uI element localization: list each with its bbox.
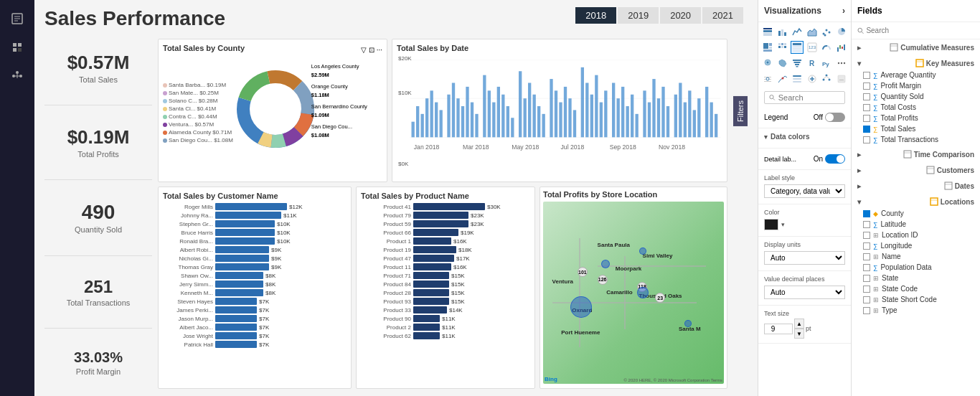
year-btn-2019[interactable]: 2019 xyxy=(618,7,659,24)
viz-icon-pie[interactable] xyxy=(835,25,848,38)
viz-icon-gauge[interactable] xyxy=(820,41,833,54)
field-name-checkbox[interactable] xyxy=(863,253,870,260)
field-name[interactable]: ⊞ Name xyxy=(852,251,980,262)
sidebar-icon-data[interactable] xyxy=(4,34,30,60)
field-locationid-checkbox[interactable] xyxy=(863,232,870,239)
viz-icon-format[interactable] xyxy=(761,72,774,85)
viz-icon-card[interactable]: 123 xyxy=(806,41,819,54)
legend-toggle[interactable]: Off xyxy=(814,113,845,122)
field-profitmargin[interactable]: ∑ Profit Margin xyxy=(852,80,980,91)
viz-icon-line-chart[interactable] xyxy=(791,25,804,38)
field-latitude-checkbox[interactable] xyxy=(863,221,870,228)
field-qtysold-checkbox[interactable] xyxy=(863,93,870,100)
viz-icon-custom[interactable]: ... xyxy=(835,72,848,85)
field-locationid[interactable]: ⊞ Location ID xyxy=(852,230,980,240)
line-chart-card[interactable]: Total Sales by Date $20K $10K $0K xyxy=(392,39,727,182)
field-avgqty[interactable]: ∑ Average Quantity xyxy=(852,70,980,80)
field-longitude[interactable]: ∑ Longitude xyxy=(852,240,980,251)
viz-icon-r[interactable]: R xyxy=(806,57,819,70)
field-avgqty-checkbox[interactable] xyxy=(863,72,870,79)
section-keymeasures-label: Key Measures xyxy=(926,60,974,67)
field-totaltransactions[interactable]: ∑ Total Transactions xyxy=(852,134,980,145)
year-btn-2020[interactable]: 2020 xyxy=(660,7,701,24)
viz-icon-field-params[interactable] xyxy=(806,72,819,85)
customer-bar-container: Roger Mills$12K Johnny Ra...$11K Stephen… xyxy=(163,203,347,389)
donut-chart-card[interactable]: Total Sales by County ▽ ⊡ ··· Santa Barb… xyxy=(158,39,387,182)
viz-icon-slicer[interactable] xyxy=(791,72,804,85)
fields-section-keymeasures-header[interactable]: ▾ Key Measures xyxy=(852,57,980,70)
year-btn-2018[interactable]: 2018 xyxy=(575,7,616,24)
field-totalcosts[interactable]: ∑ Total Costs xyxy=(852,102,980,113)
viz-icon-waterfall[interactable] xyxy=(835,41,848,54)
properties-search-input[interactable] xyxy=(778,93,840,102)
fields-section-dates-header[interactable]: ▸ Dates xyxy=(852,179,980,192)
field-populationdata[interactable]: ∑ Population Data xyxy=(852,262,980,273)
field-latitude[interactable]: ∑ Latitude xyxy=(852,219,980,230)
year-btn-2021[interactable]: 2021 xyxy=(702,7,743,24)
properties-search[interactable] xyxy=(764,91,845,104)
field-totalprofits[interactable]: ∑ Total Profits xyxy=(852,113,980,123)
field-state-checkbox[interactable] xyxy=(863,275,870,282)
viz-icon-matrix[interactable] xyxy=(776,41,789,54)
more-icon[interactable]: ··· xyxy=(377,46,382,54)
viz-icon-analytics[interactable] xyxy=(776,72,789,85)
viz-icon-decomp[interactable] xyxy=(820,72,833,85)
detail-labels-toggle[interactable]: On xyxy=(814,154,845,164)
viz-icon-py[interactable]: Py xyxy=(820,57,833,70)
viz-icon-map[interactable] xyxy=(761,57,774,70)
filters-tab[interactable]: Filters xyxy=(733,96,748,126)
field-state[interactable]: ⊞ State xyxy=(852,273,980,283)
fields-section-locations-header[interactable]: ▾ Locations xyxy=(852,195,980,208)
field-qtysold[interactable]: ∑ Quantity Sold xyxy=(852,91,980,102)
detail-labels-track[interactable] xyxy=(825,154,845,164)
field-statecode-checkbox[interactable] xyxy=(863,286,870,293)
data-colors-title[interactable]: ▾ Data colors xyxy=(764,133,845,141)
product-bar-card[interactable]: Total Sales by Product Name Product 41$3… xyxy=(356,187,535,389)
viz-icon-area-chart[interactable] xyxy=(806,25,819,38)
color-swatch-box[interactable] xyxy=(764,219,778,230)
legend-value: Off xyxy=(814,113,823,121)
sidebar-icon-model[interactable] xyxy=(4,63,30,89)
field-totalcosts-checkbox[interactable] xyxy=(863,104,870,111)
svg-rect-113 xyxy=(793,43,801,45)
fields-section-timecomp-header[interactable]: ▸ Time Comparison xyxy=(852,148,980,161)
viz-icon-funnel[interactable] xyxy=(791,57,804,70)
field-type[interactable]: ⊞ Type xyxy=(852,305,980,316)
viz-icon-scatter[interactable] xyxy=(820,25,833,38)
viz-icon-treemap[interactable] xyxy=(761,41,774,54)
viz-panel-chevron[interactable]: › xyxy=(842,6,845,16)
field-populationdata-checkbox[interactable] xyxy=(863,264,870,271)
field-stateshortcode-checkbox[interactable] xyxy=(863,296,870,303)
legend-track[interactable] xyxy=(825,113,845,122)
field-totalsales-checkbox[interactable] xyxy=(863,126,870,133)
field-county-checkbox[interactable] xyxy=(863,210,870,217)
decimal-places-select[interactable]: Auto 0 1 2 xyxy=(764,286,845,299)
field-profitmargin-checkbox[interactable] xyxy=(863,82,870,90)
viz-icon-table-viz[interactable] xyxy=(791,41,804,54)
viz-icon-stacked-bar[interactable] xyxy=(761,25,774,38)
field-county[interactable]: ◆ County xyxy=(852,208,980,219)
viz-icon-filled-map[interactable] xyxy=(776,57,789,70)
field-longitude-checkbox[interactable] xyxy=(863,242,870,250)
field-stateshortcode[interactable]: ⊞ State Short Code xyxy=(852,294,980,305)
viz-icon-clustered-bar[interactable] xyxy=(776,25,789,38)
text-size-up-btn[interactable]: ▲ xyxy=(794,319,804,329)
field-statecode[interactable]: ⊞ State Code xyxy=(852,283,980,294)
label-style-select[interactable]: Category, data value Data value Category xyxy=(764,184,845,198)
fields-search-input[interactable] xyxy=(864,25,974,36)
customer-bar-card[interactable]: Total Sales by Customer Name Roger Mills… xyxy=(158,187,352,389)
expand-icon[interactable]: ⊡ xyxy=(369,46,374,54)
text-size-input[interactable] xyxy=(764,324,793,334)
field-totalsales[interactable]: ∑ Total Sales xyxy=(852,123,980,134)
fields-section-cumulative-header[interactable]: ▸ Cumulative Measures xyxy=(852,41,980,54)
fields-section-customers-header[interactable]: ▸ Customers xyxy=(852,164,980,176)
map-card[interactable]: Total Profits by Store Location Ventura … xyxy=(540,187,727,389)
filter-icon[interactable]: ▽ xyxy=(361,46,367,54)
display-units-select[interactable]: Auto None Thousands Millions xyxy=(764,251,845,265)
sidebar-icon-report[interactable] xyxy=(4,6,30,32)
viz-icon-more[interactable] xyxy=(835,57,848,70)
field-totalprofits-checkbox[interactable] xyxy=(863,115,870,122)
text-size-down-btn[interactable]: ▼ xyxy=(794,329,804,339)
field-type-checkbox[interactable] xyxy=(863,307,870,314)
field-totaltransactions-checkbox[interactable] xyxy=(863,136,870,143)
